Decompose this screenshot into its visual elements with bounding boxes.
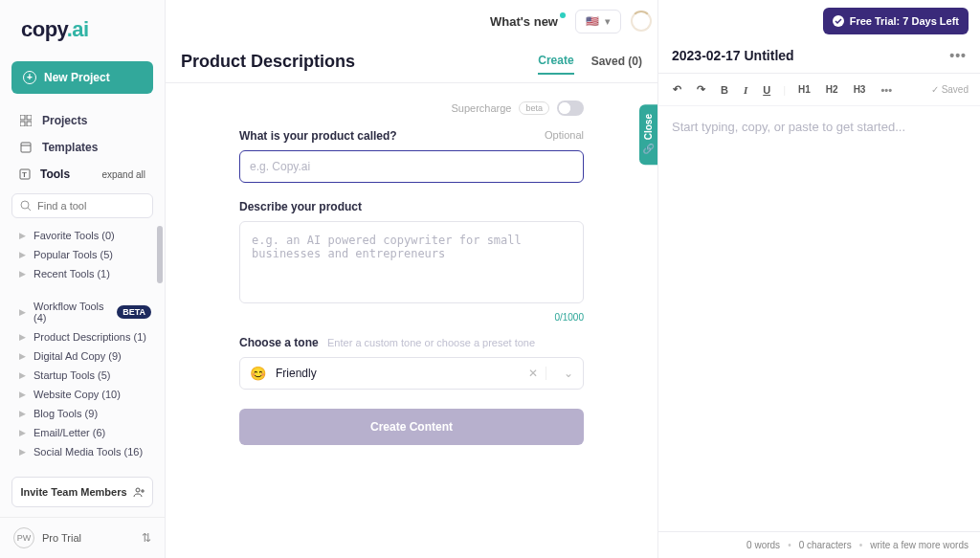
- language-select[interactable]: 🇺🇸 ▾: [575, 10, 621, 33]
- smile-icon: 😊: [250, 366, 266, 381]
- tone-hint: Enter a custom tone or choose a preset t…: [327, 337, 535, 348]
- h1-button[interactable]: H1: [795, 82, 813, 97]
- tool-item-workflow[interactable]: ▶Workflow Tools (4)BETA: [13, 297, 157, 327]
- tool-label: Website Copy (10): [33, 389, 121, 400]
- tool-item[interactable]: ▶Recent Tools (1): [13, 264, 157, 283]
- chevron-right-icon: ▶: [19, 370, 26, 380]
- create-form: Supercharge beta ⚡ What is your product …: [239, 100, 584, 445]
- more-menu-button[interactable]: •••: [949, 48, 967, 63]
- tool-label: Workflow Tools (4): [33, 301, 105, 324]
- chevron-right-icon: ▶: [19, 447, 26, 457]
- logo-dot: .ai: [67, 17, 89, 41]
- chevron-right-icon: ▶: [19, 466, 26, 467]
- bold-button[interactable]: B: [718, 82, 731, 98]
- h2-button[interactable]: H2: [823, 82, 841, 97]
- underline-button[interactable]: U: [760, 82, 773, 98]
- invite-team-button[interactable]: Invite Team Members: [11, 477, 153, 507]
- tools-icon: T: [19, 168, 31, 180]
- close-label: Close: [643, 114, 654, 140]
- new-project-label: New Project: [44, 71, 110, 84]
- svg-rect-2: [20, 122, 25, 126]
- close-panel-button[interactable]: 🔗 Close: [639, 104, 657, 165]
- tool-label: Popular Tools (5): [33, 249, 113, 260]
- char-counter: 0/1000: [239, 312, 584, 323]
- tool-item[interactable]: ▶Blog Tools (9): [13, 404, 157, 423]
- new-project-button[interactable]: + New Project: [11, 61, 153, 94]
- tab-saved[interactable]: Saved (0): [591, 49, 642, 74]
- whats-new-link[interactable]: What's new: [490, 14, 566, 29]
- svg-point-8: [21, 201, 29, 209]
- user-footer[interactable]: PW Pro Trial ⇅: [0, 517, 165, 558]
- saved-label: Saved: [942, 84, 969, 95]
- grid-icon: [19, 114, 33, 127]
- tabs: Create Saved (0): [538, 48, 642, 75]
- avatar: PW: [13, 527, 34, 548]
- tool-item[interactable]: ▶Email/Letter (6): [13, 423, 157, 442]
- tool-item[interactable]: ▶Social Media Tools (16): [13, 442, 157, 461]
- plan-label: Pro Trial: [42, 532, 81, 544]
- tool-label: Email/Letter (6): [33, 427, 105, 438]
- statusbar: 0 words • 0 characters • write a few mor…: [658, 531, 980, 558]
- tab-create[interactable]: Create: [538, 48, 573, 75]
- chevron-updown-icon: ⇅: [142, 531, 151, 545]
- plus-icon: +: [23, 71, 36, 84]
- tool-label: Digital Ad Copy (9): [33, 350, 122, 362]
- tool-label: Blog Tools (9): [33, 408, 98, 419]
- trial-label: Free Trial: 7 Days Left: [850, 15, 959, 27]
- chevron-right-icon: ▶: [19, 269, 26, 279]
- templates-icon: [19, 141, 33, 154]
- svg-text:T: T: [22, 170, 27, 179]
- tool-item[interactable]: ▶Website Copy (10): [13, 385, 157, 404]
- tool-item[interactable]: ▶Sales Copy (8): [13, 461, 157, 467]
- tool-label: Sales Copy (8): [33, 465, 103, 467]
- topbar: What's new 🇺🇸 ▾: [166, 0, 657, 42]
- tool-item[interactable]: ▶Startup Tools (5): [13, 366, 157, 385]
- chevron-right-icon: ▶: [19, 351, 26, 361]
- tool-label: Social Media Tools (16): [33, 446, 143, 458]
- svg-point-10: [136, 488, 140, 492]
- chevron-right-icon: ▶: [19, 390, 26, 399]
- undo-button[interactable]: ↶: [670, 81, 684, 98]
- supercharge-toggle[interactable]: ⚡: [557, 100, 584, 116]
- clear-tone-button[interactable]: ✕: [521, 367, 546, 380]
- tone-value: Friendly: [276, 367, 317, 380]
- scrollbar[interactable]: [157, 226, 163, 283]
- italic-button[interactable]: I: [741, 82, 750, 98]
- h3-button[interactable]: H3: [851, 82, 869, 97]
- nav-projects[interactable]: Projects: [13, 107, 151, 134]
- svg-rect-0: [20, 115, 25, 120]
- tool-item[interactable]: ▶Product Descriptions (1): [13, 327, 157, 346]
- search-icon: [20, 200, 32, 212]
- describe-textarea[interactable]: [239, 221, 584, 303]
- svg-rect-4: [21, 143, 31, 152]
- chevron-right-icon: ▶: [19, 307, 26, 317]
- tool-search-input[interactable]: [37, 200, 145, 212]
- beta-badge: BETA: [117, 305, 151, 319]
- tool-list: ▶Favorite Tools (0) ▶Popular Tools (5) ▶…: [0, 226, 165, 467]
- tone-select[interactable]: 😊 Friendly ✕ ⌄: [239, 357, 584, 390]
- nav-templates[interactable]: Templates: [13, 134, 151, 161]
- free-trial-button[interactable]: Free Trial: 7 Days Left: [823, 8, 969, 34]
- chevron-down-icon[interactable]: ⌄: [556, 367, 573, 380]
- nav-templates-label: Templates: [42, 141, 98, 154]
- describe-label: Describe your product: [239, 200, 362, 213]
- tool-search[interactable]: [11, 193, 153, 218]
- saved-indicator: ✓ Saved: [931, 84, 969, 95]
- tool-item[interactable]: ▶Digital Ad Copy (9): [13, 346, 157, 366]
- redo-button[interactable]: ↷: [694, 81, 708, 98]
- editor-panel: Free Trial: 7 Days Left 2023-02-17 Untit…: [658, 0, 980, 558]
- doc-title[interactable]: 2023-02-17 Untitled: [672, 48, 794, 63]
- toolbar-more-button[interactable]: •••: [878, 82, 895, 98]
- chevron-right-icon: ▶: [19, 231, 26, 240]
- word-count: 0 words: [746, 540, 780, 550]
- editor-area[interactable]: Start typing, copy, or paste to get star…: [658, 106, 980, 531]
- nav-tools-label[interactable]: Tools: [40, 167, 70, 181]
- product-name-input[interactable]: [239, 150, 584, 183]
- tool-item[interactable]: ▶Favorite Tools (0): [13, 226, 157, 245]
- chevron-right-icon: ▶: [19, 332, 26, 342]
- expand-all-button[interactable]: expand all: [101, 169, 145, 180]
- editor-toolbar: ↶ ↷ B I U | H1 H2 H3 ••• ✓ Saved: [658, 74, 980, 106]
- tool-item[interactable]: ▶Popular Tools (5): [13, 245, 157, 264]
- check-icon: ✓: [931, 84, 939, 95]
- create-content-button[interactable]: Create Content: [239, 409, 584, 445]
